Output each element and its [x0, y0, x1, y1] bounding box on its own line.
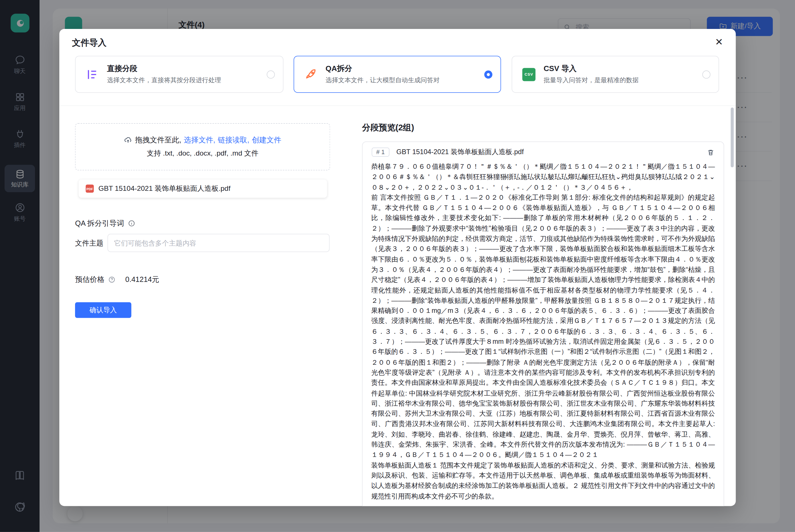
file-dropzone[interactable]: 拖拽文件至此, 选择文件, 链接读取, 创建文件 支持 .txt, .doc, …	[75, 123, 330, 170]
close-icon[interactable]: ✕	[711, 34, 726, 49]
preview-heading: 分段预览(2组)	[362, 122, 414, 133]
rocket-icon	[303, 67, 318, 82]
topic-label: 文件主题	[75, 239, 103, 248]
price-value: 0.41214元	[125, 275, 159, 284]
info-icon[interactable]	[128, 220, 135, 227]
csv-file-icon: CSV	[522, 67, 536, 82]
choose-file-link[interactable]: 选择文件,	[184, 135, 215, 145]
mode-card-qa-split[interactable]: QA拆分 选择文本文件，让大模型自动生成问答对	[294, 56, 501, 93]
price-label: 预估价格	[75, 275, 105, 284]
paragraph-icon	[85, 67, 100, 82]
topic-input[interactable]	[108, 234, 329, 252]
upload-cloud-icon	[124, 136, 133, 145]
radio-unselected[interactable]	[702, 70, 710, 78]
mode-card-csv-import[interactable]: CSV CSV 导入 批量导入问答对，是最精准的数据	[512, 56, 719, 93]
mode-desc: 批量导入问答对，是最精准的数据	[544, 76, 695, 85]
screen: 文件(4) 新建/导入 ··· ··· ··· ···	[0, 0, 795, 532]
section-divider	[59, 106, 736, 106]
mode-title: CSV 导入	[544, 64, 695, 74]
mode-card-direct-segment[interactable]: 直接分段 选择文本文件，直接将其按分段进行处理	[75, 56, 283, 93]
mode-title: QA拆分	[325, 64, 477, 74]
dropzone-text: 拖拽文件至此,	[135, 135, 181, 145]
modal-title: 文件导入	[72, 37, 106, 49]
create-file-link[interactable]: 创建文件	[252, 135, 281, 145]
chunk-text: 㭟植辠７９．０６０值植辠绸７０！＂＃＄％＆＇（）＊䫽绸／㣲１５１０４—２０２１！…	[371, 162, 715, 506]
mode-desc: 选择文本文件，直接将其按分段进行处理	[107, 76, 260, 85]
chunk-title: GBT 15104-2021 装饰单板贴面人造板.pdf	[397, 148, 700, 157]
supported-formats: 支持 .txt, .doc, .docx, .pdf, .md 文件	[147, 149, 259, 158]
chunk-index-badge: # 1	[372, 148, 389, 157]
radio-unselected[interactable]	[267, 70, 275, 78]
qa-prompt-label: QA 拆分引导词	[75, 218, 124, 228]
uploaded-file-item[interactable]: PDF GBT 15104-2021 装饰单板贴面人造板.pdf	[78, 179, 327, 198]
confirm-import-button[interactable]: 确认导入	[75, 302, 131, 318]
mode-desc: 选择文本文件，让大模型自动生成问答对	[325, 76, 477, 85]
link-read-link[interactable]: 链接读取,	[218, 135, 249, 145]
radio-selected[interactable]	[484, 70, 492, 78]
preview-chunk-card: # 1 GBT 15104-2021 装饰单板贴面人造板.pdf 㭟植辠７９．０…	[362, 141, 724, 506]
question-icon[interactable]	[108, 276, 116, 284]
uploaded-file-name: GBT 15104-2021 装饰单板贴面人造板.pdf	[98, 184, 230, 193]
pdf-file-icon: PDF	[86, 185, 94, 192]
file-import-modal: 文件导入 ✕ 直接分段 选择文本文件，直接将其按分段进行处理 QA拆分 选择文本…	[59, 29, 736, 506]
modal-scrollbar[interactable]	[731, 108, 734, 167]
trash-icon[interactable]	[707, 148, 715, 156]
mode-title: 直接分段	[107, 64, 260, 74]
